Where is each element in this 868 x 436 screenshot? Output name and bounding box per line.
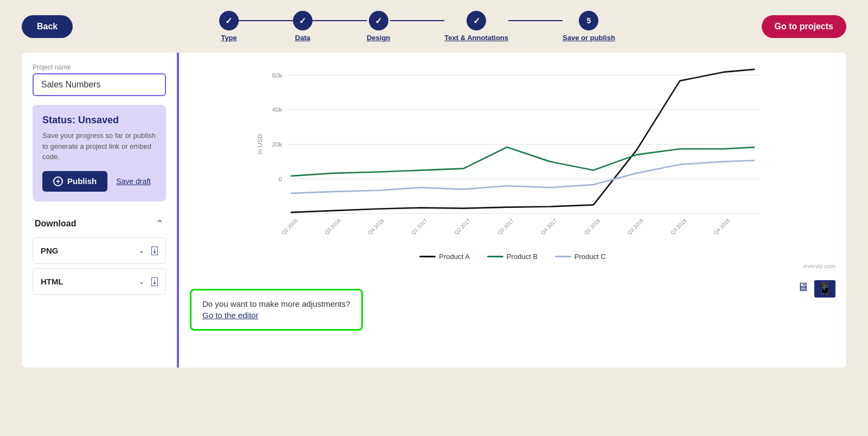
legend-line-a bbox=[419, 256, 436, 257]
step-circle-save: 5 bbox=[579, 11, 598, 30]
svg-text:Q2 2016: Q2 2016 bbox=[280, 217, 299, 236]
legend-line-c bbox=[555, 256, 571, 257]
step-circle-data: ✓ bbox=[293, 11, 312, 30]
step-circle-design: ✓ bbox=[369, 11, 388, 30]
plus-icon: + bbox=[53, 176, 63, 186]
png-download-icon[interactable]: ⍗ bbox=[151, 244, 158, 257]
step-line-2 bbox=[312, 20, 367, 21]
status-actions: + Publish Save draft bbox=[42, 171, 156, 192]
adjustment-question: Do you want to make more adjustments? bbox=[202, 299, 350, 308]
legend-product-a: Product A bbox=[419, 252, 469, 261]
legend-line-b bbox=[487, 256, 503, 257]
desktop-view-icon[interactable]: 🖥 bbox=[797, 280, 809, 298]
svg-text:Q1 2018: Q1 2018 bbox=[583, 217, 601, 236]
status-description: Save your progress so far or publish to … bbox=[42, 130, 156, 162]
svg-text:60k: 60k bbox=[272, 72, 282, 79]
svg-text:40k: 40k bbox=[272, 106, 282, 113]
step-type[interactable]: ✓ Type bbox=[219, 11, 239, 42]
status-title: Status: Unsaved bbox=[42, 115, 156, 126]
chart-svg: 60k 40k 20k 0 In USD Q2 2016 Q3 2016 Q4 … bbox=[190, 64, 835, 248]
step-line-3 bbox=[390, 20, 444, 21]
svg-text:Q2 2018: Q2 2018 bbox=[626, 217, 644, 236]
step-data[interactable]: ✓ Data bbox=[293, 11, 312, 42]
svg-text:Q4 2018: Q4 2018 bbox=[712, 217, 731, 236]
download-title: Download bbox=[35, 219, 76, 229]
everviz-credit: everviz.com bbox=[190, 263, 835, 269]
svg-text:20k: 20k bbox=[272, 141, 282, 148]
right-panel: 60k 40k 20k 0 In USD Q2 2016 Q3 2016 Q4 … bbox=[179, 53, 846, 368]
project-name-section: Project name bbox=[33, 64, 166, 96]
step-text-annotations[interactable]: ✓ Text & Annotations bbox=[444, 11, 508, 42]
adjustment-box: Do you want to make more adjustments? Go… bbox=[190, 289, 363, 331]
publish-button[interactable]: + Publish bbox=[42, 171, 107, 192]
view-icons: 🖥 📱 bbox=[797, 280, 835, 298]
svg-text:Q3 2016: Q3 2016 bbox=[323, 217, 342, 236]
svg-text:Q3 2017: Q3 2017 bbox=[496, 217, 515, 236]
chart-legend: Product A Product B Product C bbox=[190, 252, 835, 261]
svg-text:Q4 2017: Q4 2017 bbox=[540, 217, 558, 236]
html-label: HTML bbox=[41, 277, 63, 286]
download-header[interactable]: Download ⌃ bbox=[33, 210, 166, 237]
legend-label-c: Product C bbox=[575, 252, 606, 261]
chart-container: 60k 40k 20k 0 In USD Q2 2016 Q3 2016 Q4 … bbox=[190, 64, 835, 248]
step-label-type[interactable]: Type bbox=[221, 34, 237, 42]
step-design[interactable]: ✓ Design bbox=[367, 11, 390, 42]
legend-product-b: Product B bbox=[487, 252, 538, 261]
html-actions: ⌄ ⍗ bbox=[138, 275, 158, 288]
svg-text:In USD: In USD bbox=[256, 134, 263, 155]
left-panel: Project name Status: Unsaved Save your p… bbox=[22, 53, 179, 368]
step-circle-type: ✓ bbox=[219, 11, 239, 30]
step-label-save[interactable]: Save or publish bbox=[563, 34, 615, 42]
step-label-data[interactable]: Data bbox=[295, 34, 310, 42]
png-chevron-icon[interactable]: ⌄ bbox=[138, 246, 145, 255]
project-name-input[interactable] bbox=[33, 73, 166, 96]
go-to-editor-link[interactable]: Go to the editor bbox=[202, 311, 258, 320]
step-line-1 bbox=[239, 20, 293, 21]
svg-text:0: 0 bbox=[279, 175, 283, 182]
svg-text:Q2 2017: Q2 2017 bbox=[453, 217, 471, 236]
chevron-up-icon: ⌃ bbox=[156, 218, 164, 230]
project-name-label: Project name bbox=[33, 64, 166, 71]
save-draft-button[interactable]: Save draft bbox=[116, 177, 151, 186]
stepper: ✓ Type ✓ Data ✓ Design ✓ Text & Annotati… bbox=[219, 11, 615, 42]
step-label-text[interactable]: Text & Annotations bbox=[444, 34, 508, 42]
png-actions: ⌄ ⍗ bbox=[138, 244, 158, 257]
status-box: Status: Unsaved Save your progress so fa… bbox=[33, 105, 166, 201]
download-section: Download ⌃ PNG ⌄ ⍗ HTML ⌄ ⍗ bbox=[33, 210, 166, 299]
mobile-view-icon[interactable]: 📱 bbox=[814, 280, 835, 298]
legend-label-a: Product A bbox=[439, 252, 469, 261]
step-line-4 bbox=[508, 20, 563, 21]
legend-label-b: Product B bbox=[507, 252, 538, 261]
main-content: Project name Status: Unsaved Save your p… bbox=[0, 53, 868, 389]
svg-text:Q4 2016: Q4 2016 bbox=[367, 217, 385, 236]
step-save-publish[interactable]: 5 Save or publish bbox=[563, 11, 615, 42]
back-button[interactable]: Back bbox=[22, 15, 73, 38]
header: Back ✓ Type ✓ Data ✓ Design ✓ Text & Ann… bbox=[0, 0, 868, 53]
download-item-html: HTML ⌄ ⍗ bbox=[33, 268, 166, 295]
go-to-projects-button[interactable]: Go to projects bbox=[762, 15, 846, 38]
html-chevron-icon[interactable]: ⌄ bbox=[138, 277, 145, 286]
publish-label: Publish bbox=[67, 176, 97, 186]
download-item-png: PNG ⌄ ⍗ bbox=[33, 237, 166, 264]
legend-product-c: Product C bbox=[555, 252, 606, 261]
step-circle-text: ✓ bbox=[467, 11, 486, 30]
png-label: PNG bbox=[41, 246, 59, 255]
svg-text:Q1 2017: Q1 2017 bbox=[410, 217, 429, 236]
step-label-design[interactable]: Design bbox=[367, 34, 390, 42]
html-download-icon[interactable]: ⍗ bbox=[151, 275, 158, 288]
svg-text:Q3 2018: Q3 2018 bbox=[669, 217, 688, 236]
